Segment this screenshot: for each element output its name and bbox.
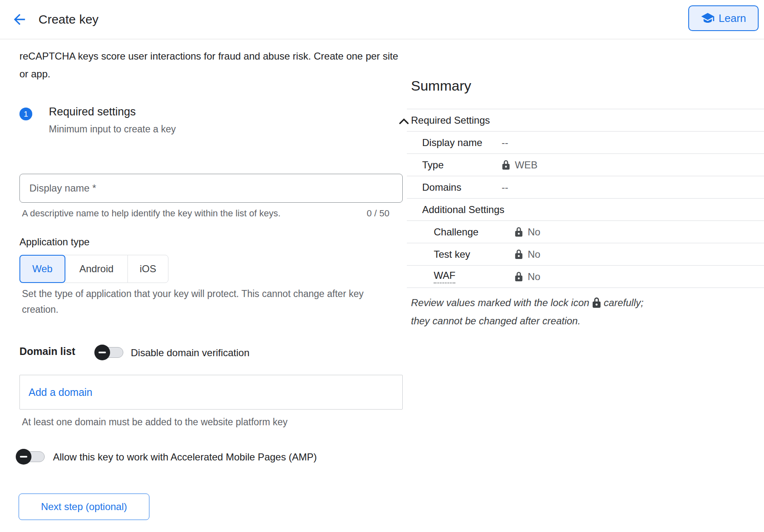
summary-row-value: -- bbox=[502, 137, 508, 149]
step-subtitle: Minimum input to create a key bbox=[49, 124, 176, 135]
back-button[interactable] bbox=[10, 10, 29, 29]
disable-domain-verification-toggle[interactable] bbox=[94, 344, 124, 361]
summary-row-label: Type bbox=[422, 159, 444, 171]
summary-row-display-name: Display name -- bbox=[407, 132, 764, 154]
application-type-segmented-control: Web Android iOS bbox=[19, 255, 168, 283]
summary-row-waf: WAF No bbox=[407, 266, 764, 288]
summary-row-label: Display name bbox=[422, 137, 482, 149]
summary-row-label: Additional Settings bbox=[422, 204, 505, 216]
page-header: Create key Learn bbox=[0, 0, 764, 39]
application-type-label: Application type bbox=[19, 236, 89, 248]
learn-button-label: Learn bbox=[718, 12, 746, 25]
application-type-helper: Set the type of application that your ke… bbox=[22, 286, 390, 317]
step-number-badge: 1 bbox=[19, 108, 32, 120]
create-key-page: Create key Learn reCAPTCHA keys score us… bbox=[0, 0, 764, 532]
add-domain-link[interactable]: Add a domain bbox=[29, 386, 92, 398]
char-counter: 0 / 50 bbox=[367, 208, 389, 219]
note-text-before: Review values marked with the lock icon bbox=[411, 297, 589, 308]
summary-row-label: Test key bbox=[434, 249, 470, 260]
next-step-button-label: Next step (optional) bbox=[41, 501, 127, 513]
domain-list-helper: At least one domain must be added to the… bbox=[22, 417, 288, 428]
summary-row-type: Type WEB bbox=[407, 154, 764, 176]
toggle-thumb-minus-icon bbox=[16, 449, 31, 465]
lock-icon bbox=[514, 249, 523, 259]
summary-row-required-settings: Required Settings bbox=[407, 109, 764, 132]
domain-list-box: Add a domain bbox=[19, 375, 403, 410]
lock-icon bbox=[502, 160, 510, 170]
display-name-input[interactable] bbox=[19, 174, 403, 203]
summary-row-label: Required Settings bbox=[411, 115, 490, 126]
summary-row-value: -- bbox=[502, 182, 508, 193]
summary-row-additional-settings: Additional Settings bbox=[407, 199, 764, 221]
learn-button[interactable]: Learn bbox=[688, 5, 759, 31]
summary-title: Summary bbox=[411, 78, 471, 94]
lock-icon bbox=[589, 297, 604, 308]
lock-icon bbox=[514, 271, 523, 282]
summary-table: Required Settings Display name -- Type W… bbox=[407, 109, 764, 288]
summary-row-value: No bbox=[514, 271, 541, 283]
back-arrow-icon bbox=[11, 11, 28, 28]
summary-row-test-key: Test key No bbox=[407, 243, 764, 266]
summary-row-challenge: Challenge No bbox=[407, 221, 764, 243]
segment-ios[interactable]: iOS bbox=[127, 255, 168, 283]
domain-list-label: Domain list bbox=[19, 345, 75, 357]
segment-android[interactable]: Android bbox=[65, 255, 127, 283]
summary-row-value: No bbox=[514, 226, 541, 238]
next-step-button[interactable]: Next step (optional) bbox=[19, 494, 149, 520]
summary-row-label: Challenge bbox=[434, 226, 478, 238]
page-title: Create key bbox=[38, 10, 99, 29]
summary-lock-note: Review values marked with the lock iconc… bbox=[411, 294, 664, 330]
lock-icon bbox=[514, 227, 523, 237]
summary-row-label-waf-tooltip[interactable]: WAF bbox=[434, 270, 455, 283]
summary-row-label: Domains bbox=[422, 182, 461, 193]
intro-text: reCAPTCHA keys score user interactions f… bbox=[19, 47, 400, 83]
display-name-helper: A descriptive name to help identify the … bbox=[22, 208, 281, 219]
summary-row-value: WEB bbox=[502, 159, 538, 171]
toggle-thumb-minus-icon bbox=[94, 345, 110, 360]
summary-row-domains: Domains -- bbox=[407, 176, 764, 199]
step-title: Required settings bbox=[49, 105, 136, 118]
summary-row-value: No bbox=[514, 249, 541, 260]
amp-toggle[interactable] bbox=[16, 448, 46, 465]
amp-label: Allow this key to work with Accelerated … bbox=[53, 451, 317, 463]
step-number: 1 bbox=[24, 110, 28, 119]
graduation-cap-icon bbox=[701, 11, 715, 25]
disable-domain-verification-label: Disable domain verification bbox=[131, 347, 250, 359]
segment-web[interactable]: Web bbox=[19, 255, 65, 283]
